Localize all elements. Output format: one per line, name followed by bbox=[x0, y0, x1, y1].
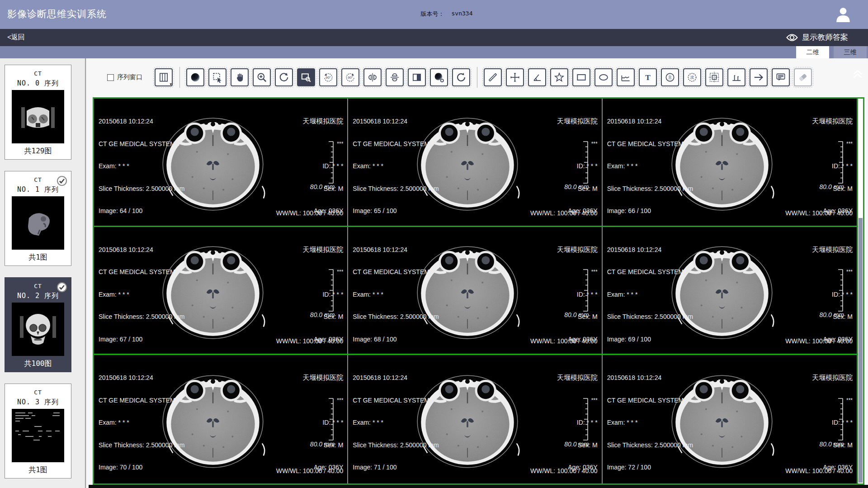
series-card[interactable]: CT NO. 2 序列 共100图 bbox=[5, 277, 71, 372]
flip-horizontal-tool-button[interactable] bbox=[363, 68, 382, 86]
series-card[interactable]: CT NO. 0 序列 共129图 bbox=[5, 65, 71, 160]
series-image-count: 共1图 bbox=[5, 465, 71, 475]
viewer-cell[interactable]: 20150618 10:12:24 CT GE MEDICAL SYSTEMS … bbox=[94, 355, 348, 483]
viewer-cell[interactable]: 20150618 10:12:24 CT GE MEDICAL SYSTEMS … bbox=[348, 227, 602, 355]
cell-scale-label: 80.0 mm bbox=[310, 183, 335, 190]
text-annotation-tool-button[interactable]: T bbox=[639, 68, 657, 86]
main-marker-tool-button[interactable]: 主 bbox=[661, 68, 679, 86]
select-rect-tool-button[interactable] bbox=[208, 68, 226, 86]
curve-profile-tool-button[interactable] bbox=[617, 68, 635, 86]
cell-manufacturer: CT GE MEDICAL SYSTEMS bbox=[353, 268, 439, 276]
rotate-free-tool-button[interactable] bbox=[275, 68, 293, 86]
cell-image-number: Image: 64 / 100 bbox=[99, 207, 184, 215]
cross-measure-tool-button[interactable] bbox=[506, 68, 524, 86]
series-thumbnail bbox=[12, 90, 64, 143]
check-icon bbox=[57, 175, 67, 186]
cell-image-number: Image: 67 / 100 bbox=[99, 336, 184, 343]
series-name: NO. 0 序列 bbox=[5, 79, 71, 88]
cell-slice-thickness: Slice Thickness: 2.500000 mm bbox=[353, 185, 439, 193]
series-card[interactable]: CT NO. 1 序列 共1图 bbox=[5, 171, 71, 266]
image-viewport: 20150618 10:12:24 CT GE MEDICAL SYSTEMS … bbox=[93, 97, 864, 485]
viewer-cell[interactable]: 20150618 10:12:24 CT GE MEDICAL SYSTEMS … bbox=[94, 99, 348, 227]
series-modality: CT bbox=[5, 389, 71, 396]
rect-roi-icon bbox=[576, 71, 587, 83]
cell-anon: *** bbox=[557, 140, 598, 148]
tab-2d[interactable]: 二维 bbox=[796, 46, 829, 58]
invert-tool-button[interactable] bbox=[408, 68, 426, 86]
star-polygon-tool-button[interactable] bbox=[550, 68, 568, 86]
series-card[interactable]: CT NO. 3 序列 共1图 bbox=[5, 384, 71, 479]
window-level-reset-tool-button[interactable] bbox=[430, 68, 448, 86]
angle-measure-tool-button[interactable] bbox=[528, 68, 546, 86]
center-point-tool-button[interactable] bbox=[705, 68, 723, 86]
curve-profile-icon bbox=[620, 71, 632, 83]
viewer-cell[interactable]: 20150618 10:12:24 CT GE MEDICAL SYSTEMS … bbox=[348, 355, 602, 483]
rotate-90-cw-tool-button[interactable]: 90° bbox=[341, 68, 359, 86]
comment-tool-button[interactable] bbox=[772, 68, 790, 86]
cell-slice-thickness: Slice Thickness: 2.500000 mm bbox=[353, 441, 439, 449]
viewer-cell[interactable]: 20150618 10:12:24 CT GE MEDICAL SYSTEMS … bbox=[603, 99, 857, 227]
viewer-cell[interactable]: 20150618 10:12:24 CT GE MEDICAL SYSTEMS … bbox=[348, 99, 602, 227]
viewer-cell[interactable]: 20150618 10:12:24 CT GE MEDICAL SYSTEMS … bbox=[94, 227, 348, 355]
zoom-region-tool-button[interactable] bbox=[297, 68, 315, 86]
viewer-cell[interactable]: 20150618 10:12:24 CT GE MEDICAL SYSTEMS … bbox=[603, 227, 857, 355]
cell-manufacturer: CT GE MEDICAL SYSTEMS bbox=[607, 140, 693, 148]
rotate-90-ccw-tool-button[interactable]: 90° bbox=[319, 68, 337, 86]
cell-scale-label: 80.0 mm bbox=[564, 311, 589, 318]
reset-tool-button[interactable] bbox=[452, 68, 470, 86]
cell-overlay-top-left: 20150618 10:12:24 CT GE MEDICAL SYSTEMS … bbox=[607, 359, 693, 483]
cell-slice-thickness: Slice Thickness: 2.500000 mm bbox=[99, 185, 184, 193]
cell-datetime: 20150618 10:12:24 bbox=[353, 374, 439, 382]
cell-overlay-top-left: 20150618 10:12:24 CT GE MEDICAL SYSTEMS … bbox=[353, 231, 439, 355]
user-icon[interactable] bbox=[835, 6, 852, 23]
ruler-tool-button[interactable] bbox=[484, 68, 502, 86]
ellipse-roi-icon bbox=[598, 71, 609, 83]
cell-manufacturer: CT GE MEDICAL SYSTEMS bbox=[607, 397, 693, 404]
cell-image-number: Image: 68 / 100 bbox=[353, 336, 439, 343]
cell-image-number: Image: 66 / 100 bbox=[607, 207, 693, 215]
pan-tool-button[interactable] bbox=[231, 68, 249, 86]
scale-ruler-icon bbox=[836, 141, 844, 186]
show-teacher-answer-label: 显示教师答案 bbox=[802, 32, 848, 43]
rotate-free-icon bbox=[278, 71, 290, 83]
bottom-strip bbox=[89, 485, 868, 488]
scale-ruler-icon bbox=[581, 398, 589, 443]
cell-scale-label: 80.0 mm bbox=[564, 183, 589, 190]
version-label: 版本号： bbox=[421, 10, 444, 18]
arrow-annotation-tool-button[interactable] bbox=[750, 68, 768, 86]
zoom-in-tool-button[interactable] bbox=[253, 68, 271, 86]
viewport-scrollbar[interactable] bbox=[857, 99, 863, 483]
zoom-region-icon bbox=[300, 71, 312, 83]
cell-overlay-top-right: 天堰模拟医院 *** ID: * * * Sex: M Age: 036Y bbox=[812, 103, 853, 227]
secondary-marker-tool-button[interactable]: 次 bbox=[683, 68, 701, 86]
series-image-count: 共100图 bbox=[5, 359, 71, 369]
cell-overlay-top-left: 20150618 10:12:24 CT GE MEDICAL SYSTEMS … bbox=[99, 103, 184, 227]
cell-datetime: 20150618 10:12:24 bbox=[607, 374, 693, 382]
window-level-icon bbox=[189, 71, 201, 83]
cell-hospital: 天堰模拟医院 bbox=[302, 374, 343, 382]
cell-exam: Exam: * * * bbox=[607, 419, 693, 426]
rect-roi-tool-button[interactable] bbox=[572, 68, 590, 86]
cell-overlay-top-left: 20150618 10:12:24 CT GE MEDICAL SYSTEMS … bbox=[353, 359, 439, 483]
profile-histogram-tool-button[interactable] bbox=[727, 68, 745, 86]
cell-exam: Exam: * * * bbox=[607, 291, 693, 298]
cell-window-level: WW/WL: 100.00 / 40.00 bbox=[785, 209, 853, 217]
show-teacher-answer-button[interactable]: 显示教师答案 bbox=[786, 32, 848, 43]
cell-patient-id: ID: * * * bbox=[302, 162, 343, 170]
scrollbar-thumb[interactable] bbox=[859, 218, 863, 483]
viewer-cell[interactable]: 20150618 10:12:24 CT GE MEDICAL SYSTEMS … bbox=[603, 355, 857, 483]
cell-manufacturer: CT GE MEDICAL SYSTEMS bbox=[353, 140, 439, 148]
ellipse-roi-tool-button[interactable] bbox=[594, 68, 613, 86]
secondary-marker-icon: 次 bbox=[686, 71, 698, 83]
window-level-tool-button[interactable] bbox=[186, 68, 204, 86]
series-window-checkbox[interactable] bbox=[107, 74, 114, 81]
cross-measure-icon bbox=[509, 71, 521, 83]
back-button[interactable]: <返回 bbox=[7, 33, 25, 42]
tab-3d[interactable]: 三维 bbox=[834, 46, 867, 58]
collapse-panel-icon[interactable] bbox=[852, 69, 863, 80]
cell-anon: *** bbox=[302, 397, 343, 404]
svg-text:T: T bbox=[645, 73, 651, 82]
layout-grid-tool-button[interactable]: ▾ bbox=[155, 68, 173, 86]
cell-window-level: WW/WL: 100.00 / 40.00 bbox=[530, 337, 598, 345]
flip-vertical-tool-button[interactable] bbox=[386, 68, 404, 86]
